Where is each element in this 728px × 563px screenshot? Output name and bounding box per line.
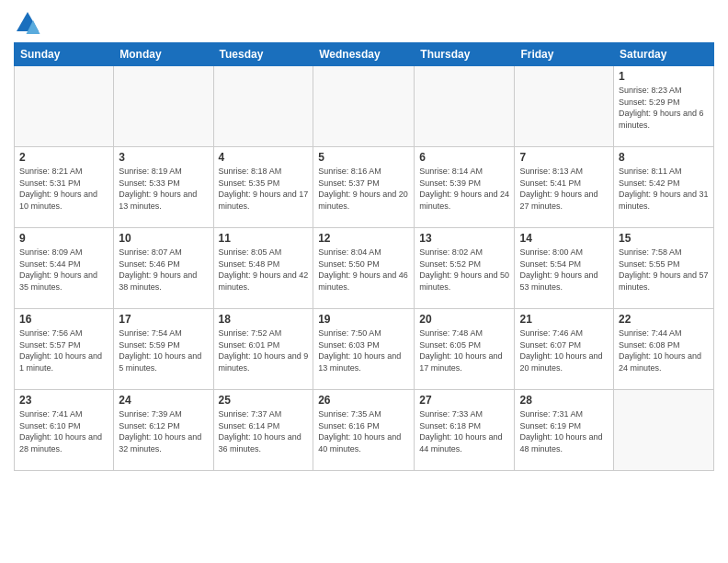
- day-number: 4: [219, 151, 309, 164]
- calendar-header-thursday: Thursday: [415, 43, 515, 66]
- day-number: 18: [219, 313, 309, 326]
- day-info: Sunrise: 8:16 AM Sunset: 5:37 PM Dayligh…: [318, 166, 409, 212]
- day-number: 13: [419, 232, 509, 245]
- calendar-cell: [415, 66, 515, 147]
- day-info: Sunrise: 7:31 AM Sunset: 6:19 PM Dayligh…: [519, 408, 609, 454]
- calendar-header-sunday: Sunday: [15, 43, 114, 66]
- day-number: 2: [19, 151, 108, 164]
- calendar-cell: [313, 66, 415, 147]
- day-number: 15: [619, 232, 709, 245]
- day-info: Sunrise: 8:07 AM Sunset: 5:46 PM Dayligh…: [119, 247, 208, 293]
- day-number: 3: [119, 151, 208, 164]
- calendar-cell: 26Sunrise: 7:35 AM Sunset: 6:16 PM Dayli…: [313, 390, 415, 471]
- calendar-cell: [614, 390, 714, 471]
- logo-icon: [14, 9, 41, 37]
- day-number: 6: [419, 151, 509, 164]
- day-number: 1: [619, 70, 709, 83]
- calendar-cell: 12Sunrise: 8:04 AM Sunset: 5:50 PM Dayli…: [313, 228, 415, 309]
- day-number: 17: [119, 313, 208, 326]
- day-info: Sunrise: 8:19 AM Sunset: 5:33 PM Dayligh…: [119, 166, 208, 212]
- page: SundayMondayTuesdayWednesdayThursdayFrid…: [0, 0, 728, 480]
- calendar-week-3: 16Sunrise: 7:56 AM Sunset: 5:57 PM Dayli…: [15, 309, 714, 390]
- day-info: Sunrise: 7:37 AM Sunset: 6:14 PM Dayligh…: [219, 408, 309, 454]
- calendar-cell: 7Sunrise: 8:13 AM Sunset: 5:41 PM Daylig…: [515, 147, 614, 228]
- day-number: 21: [519, 313, 609, 326]
- calendar-header-monday: Monday: [114, 43, 213, 66]
- day-info: Sunrise: 7:56 AM Sunset: 5:57 PM Dayligh…: [19, 327, 108, 373]
- calendar-cell: 3Sunrise: 8:19 AM Sunset: 5:33 PM Daylig…: [114, 147, 213, 228]
- calendar-cell: [515, 66, 614, 147]
- calendar-week-1: 2Sunrise: 8:21 AM Sunset: 5:31 PM Daylig…: [15, 147, 714, 228]
- calendar-cell: 21Sunrise: 7:46 AM Sunset: 6:07 PM Dayli…: [515, 309, 614, 390]
- day-info: Sunrise: 8:02 AM Sunset: 5:52 PM Dayligh…: [419, 247, 509, 293]
- calendar-cell: 9Sunrise: 8:09 AM Sunset: 5:44 PM Daylig…: [15, 228, 114, 309]
- calendar-cell: 28Sunrise: 7:31 AM Sunset: 6:19 PM Dayli…: [515, 390, 614, 471]
- day-info: Sunrise: 7:46 AM Sunset: 6:07 PM Dayligh…: [519, 327, 609, 373]
- calendar-cell: 6Sunrise: 8:14 AM Sunset: 5:39 PM Daylig…: [415, 147, 515, 228]
- day-number: 25: [219, 394, 309, 407]
- header: [14, 9, 714, 37]
- calendar-cell: [213, 66, 313, 147]
- day-number: 12: [318, 232, 409, 245]
- day-info: Sunrise: 8:11 AM Sunset: 5:42 PM Dayligh…: [619, 166, 709, 212]
- day-number: 16: [19, 313, 108, 326]
- day-info: Sunrise: 8:21 AM Sunset: 5:31 PM Dayligh…: [19, 166, 108, 212]
- calendar-cell: 10Sunrise: 8:07 AM Sunset: 5:46 PM Dayli…: [114, 228, 213, 309]
- calendar-week-0: 1Sunrise: 8:23 AM Sunset: 5:29 PM Daylig…: [15, 66, 714, 147]
- day-info: Sunrise: 7:52 AM Sunset: 6:01 PM Dayligh…: [219, 327, 309, 373]
- day-info: Sunrise: 8:00 AM Sunset: 5:54 PM Dayligh…: [519, 247, 609, 293]
- day-info: Sunrise: 7:58 AM Sunset: 5:55 PM Dayligh…: [619, 247, 709, 293]
- day-info: Sunrise: 7:33 AM Sunset: 6:18 PM Dayligh…: [419, 408, 509, 454]
- day-number: 26: [318, 394, 409, 407]
- day-number: 19: [318, 313, 409, 326]
- calendar-cell: 22Sunrise: 7:44 AM Sunset: 6:08 PM Dayli…: [614, 309, 714, 390]
- day-info: Sunrise: 8:14 AM Sunset: 5:39 PM Dayligh…: [419, 166, 509, 212]
- calendar-cell: 27Sunrise: 7:33 AM Sunset: 6:18 PM Dayli…: [415, 390, 515, 471]
- calendar-week-2: 9Sunrise: 8:09 AM Sunset: 5:44 PM Daylig…: [15, 228, 714, 309]
- day-number: 28: [519, 394, 609, 407]
- day-number: 10: [119, 232, 208, 245]
- day-info: Sunrise: 8:18 AM Sunset: 5:35 PM Dayligh…: [219, 166, 309, 212]
- calendar-header-friday: Friday: [515, 43, 614, 66]
- day-info: Sunrise: 8:09 AM Sunset: 5:44 PM Dayligh…: [19, 247, 108, 293]
- calendar: SundayMondayTuesdayWednesdayThursdayFrid…: [14, 42, 714, 471]
- calendar-cell: 14Sunrise: 8:00 AM Sunset: 5:54 PM Dayli…: [515, 228, 614, 309]
- day-number: 5: [318, 151, 409, 164]
- calendar-week-4: 23Sunrise: 7:41 AM Sunset: 6:10 PM Dayli…: [15, 390, 714, 471]
- day-info: Sunrise: 7:41 AM Sunset: 6:10 PM Dayligh…: [19, 408, 108, 454]
- day-info: Sunrise: 7:48 AM Sunset: 6:05 PM Dayligh…: [419, 327, 509, 373]
- day-number: 8: [619, 151, 709, 164]
- calendar-header-wednesday: Wednesday: [313, 43, 415, 66]
- day-info: Sunrise: 8:04 AM Sunset: 5:50 PM Dayligh…: [318, 247, 409, 293]
- day-info: Sunrise: 7:54 AM Sunset: 5:59 PM Dayligh…: [119, 327, 208, 373]
- day-info: Sunrise: 7:39 AM Sunset: 6:12 PM Dayligh…: [119, 408, 208, 454]
- calendar-cell: [15, 66, 114, 147]
- day-info: Sunrise: 7:44 AM Sunset: 6:08 PM Dayligh…: [619, 327, 709, 373]
- day-number: 7: [519, 151, 609, 164]
- calendar-header-tuesday: Tuesday: [213, 43, 313, 66]
- calendar-cell: 8Sunrise: 8:11 AM Sunset: 5:42 PM Daylig…: [614, 147, 714, 228]
- calendar-cell: 1Sunrise: 8:23 AM Sunset: 5:29 PM Daylig…: [614, 66, 714, 147]
- day-number: 20: [419, 313, 509, 326]
- calendar-cell: 23Sunrise: 7:41 AM Sunset: 6:10 PM Dayli…: [15, 390, 114, 471]
- day-number: 11: [219, 232, 309, 245]
- calendar-cell: 11Sunrise: 8:05 AM Sunset: 5:48 PM Dayli…: [213, 228, 313, 309]
- day-number: 14: [519, 232, 609, 245]
- calendar-cell: [114, 66, 213, 147]
- calendar-cell: 24Sunrise: 7:39 AM Sunset: 6:12 PM Dayli…: [114, 390, 213, 471]
- day-info: Sunrise: 8:23 AM Sunset: 5:29 PM Dayligh…: [619, 85, 709, 131]
- calendar-cell: 16Sunrise: 7:56 AM Sunset: 5:57 PM Dayli…: [15, 309, 114, 390]
- calendar-cell: 15Sunrise: 7:58 AM Sunset: 5:55 PM Dayli…: [614, 228, 714, 309]
- calendar-header-saturday: Saturday: [614, 43, 714, 66]
- day-number: 23: [19, 394, 108, 407]
- calendar-cell: 17Sunrise: 7:54 AM Sunset: 5:59 PM Dayli…: [114, 309, 213, 390]
- calendar-header-row: SundayMondayTuesdayWednesdayThursdayFrid…: [15, 43, 714, 66]
- calendar-cell: 5Sunrise: 8:16 AM Sunset: 5:37 PM Daylig…: [313, 147, 415, 228]
- calendar-cell: 19Sunrise: 7:50 AM Sunset: 6:03 PM Dayli…: [313, 309, 415, 390]
- calendar-cell: 20Sunrise: 7:48 AM Sunset: 6:05 PM Dayli…: [415, 309, 515, 390]
- day-number: 22: [619, 313, 709, 326]
- day-info: Sunrise: 8:05 AM Sunset: 5:48 PM Dayligh…: [219, 247, 309, 293]
- day-info: Sunrise: 8:13 AM Sunset: 5:41 PM Dayligh…: [519, 166, 609, 212]
- day-number: 27: [419, 394, 509, 407]
- calendar-cell: 18Sunrise: 7:52 AM Sunset: 6:01 PM Dayli…: [213, 309, 313, 390]
